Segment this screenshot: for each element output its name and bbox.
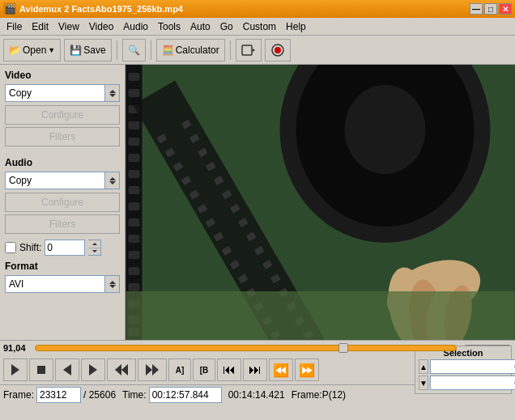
svg-rect-15 [129, 154, 140, 162]
calc-icon: 🧮 [162, 45, 174, 56]
svg-marker-1 [253, 49, 255, 52]
selection-a-button[interactable]: ▲ [419, 359, 428, 374]
stop-button[interactable] [29, 358, 53, 381]
save-button[interactable]: 💾 Save [64, 39, 111, 62]
next-frame-button[interactable] [81, 358, 105, 381]
menu-tools[interactable]: Tools [153, 19, 185, 34]
format-arrow[interactable] [105, 275, 120, 293]
total-frames: / 25606 [83, 389, 116, 401]
next-icon [89, 364, 97, 375]
video-codec-dropdown[interactable]: Copy [5, 84, 105, 102]
svg-rect-21 [129, 251, 140, 259]
zoom-button[interactable]: 🔍 [122, 39, 146, 62]
calculator-button[interactable]: 🧮 Calculator [156, 39, 225, 62]
svg-rect-19 [129, 218, 140, 227]
play-icon [11, 364, 19, 375]
progress-thumb[interactable] [338, 343, 348, 353]
goto-end-button[interactable]: ⏭ [243, 358, 267, 381]
svg-rect-17 [129, 186, 140, 194]
play-button[interactable] [3, 358, 28, 381]
selection-b-value[interactable] [430, 375, 515, 390]
video-frame [126, 65, 515, 340]
toolbar-separator-1 [117, 40, 117, 60]
prev-fast-icon [115, 364, 128, 375]
toolbar-separator-3 [230, 40, 231, 60]
menu-audio[interactable]: Audio [118, 19, 153, 34]
app-icon: 🎬 [3, 2, 16, 15]
audio-codec-dropdown[interactable]: Copy [5, 172, 105, 189]
svg-rect-18 [129, 202, 140, 210]
shift-spinner[interactable] [88, 240, 101, 256]
audio-section-label: Audio [5, 157, 120, 168]
frame-input[interactable] [36, 387, 81, 403]
goto-start-button[interactable]: ⏮ [217, 358, 241, 381]
video-filters-button[interactable]: Filters [5, 127, 120, 146]
calc-label: Calculator [176, 45, 219, 56]
menu-auto[interactable]: Auto [185, 19, 215, 34]
open-arrow[interactable]: ▼ [48, 46, 55, 54]
title-bar: 🎬 Avidemux 2 FactsAbo1975_256kb.mp4 — □ … [0, 0, 515, 18]
progress-track[interactable] [35, 345, 457, 351]
arrow-down-icon-3 [109, 285, 116, 288]
audio-filters-button[interactable]: Filters [5, 214, 120, 234]
record-icon [270, 43, 285, 57]
format-dropdown-row: AVI [5, 275, 120, 293]
svg-rect-13 [129, 121, 140, 129]
zoom-icon: 🔍 [128, 45, 140, 56]
menu-custom[interactable]: Custom [238, 19, 281, 34]
menu-edit[interactable]: Edit [27, 19, 53, 34]
stop-icon [37, 366, 45, 374]
record-button[interactable] [265, 39, 291, 62]
svg-rect-22 [129, 267, 140, 275]
svg-rect-10 [129, 73, 140, 81]
video-codec-arrow[interactable] [105, 84, 120, 102]
arrow-down-icon [109, 94, 116, 97]
open-button[interactable]: 📂 Open ▼ [3, 39, 61, 62]
a-marker-label: A] [176, 366, 185, 375]
toolbar-separator-2 [151, 40, 151, 60]
svg-rect-16 [129, 170, 140, 178]
end-time: 00:14:14.421 [228, 389, 285, 401]
menu-view[interactable]: View [53, 19, 84, 34]
svg-rect-14 [129, 138, 140, 146]
bottom-area: 91,04 [0, 340, 515, 420]
menu-help[interactable]: Help [281, 19, 311, 34]
prev-frame-button[interactable] [55, 358, 79, 381]
frame-type: Frame:P(12) [292, 389, 346, 401]
playback-controls: A] [B ⏮ ⏭ ⏪ ⏩ [3, 358, 411, 381]
video-tool-button[interactable] [236, 39, 262, 62]
close-button[interactable]: ✕ [499, 3, 512, 15]
frame-label: Frame: [3, 389, 34, 401]
b-marker-label: [B [200, 366, 209, 375]
time-field: Time: [122, 387, 222, 403]
format-dropdown[interactable]: AVI [5, 275, 105, 293]
b-marker-button[interactable]: [B [193, 358, 215, 381]
window-title: Avidemux 2 FactsAbo1975_256kb.mp4 [19, 4, 183, 14]
menu-file[interactable]: File [2, 19, 27, 34]
selection-a-value[interactable] [430, 359, 515, 374]
selection-b-icon: ▼ [419, 379, 428, 388]
audio-configure-button[interactable]: Configure [5, 193, 120, 212]
audio-dropdown-row: Copy [5, 172, 120, 189]
a-marker-button[interactable]: A] [168, 358, 191, 381]
svg-point-3 [275, 47, 281, 53]
skip-right-button[interactable]: ⏩ [295, 358, 319, 381]
shift-checkbox[interactable] [5, 242, 16, 253]
selection-b-button[interactable]: ▼ [419, 375, 428, 390]
menu-video[interactable]: Video [84, 19, 118, 34]
selection-b-row: ▼ [419, 375, 508, 390]
selection-a-row: ▲ [419, 359, 508, 374]
next-fast-button[interactable] [138, 358, 167, 381]
maximize-button[interactable]: □ [484, 3, 497, 15]
audio-codec-arrow[interactable] [105, 172, 120, 189]
prev-fast-button[interactable] [107, 358, 136, 381]
time-input[interactable] [149, 387, 222, 403]
video-configure-button[interactable]: Configure [5, 105, 120, 125]
save-icon: 💾 [70, 45, 82, 56]
time-label: Time: [122, 389, 147, 401]
menu-go[interactable]: Go [215, 19, 238, 34]
skip-left-button[interactable]: ⏪ [269, 358, 293, 381]
video-panel [126, 65, 515, 340]
minimize-button[interactable]: — [470, 3, 483, 15]
shift-input[interactable] [45, 240, 85, 256]
